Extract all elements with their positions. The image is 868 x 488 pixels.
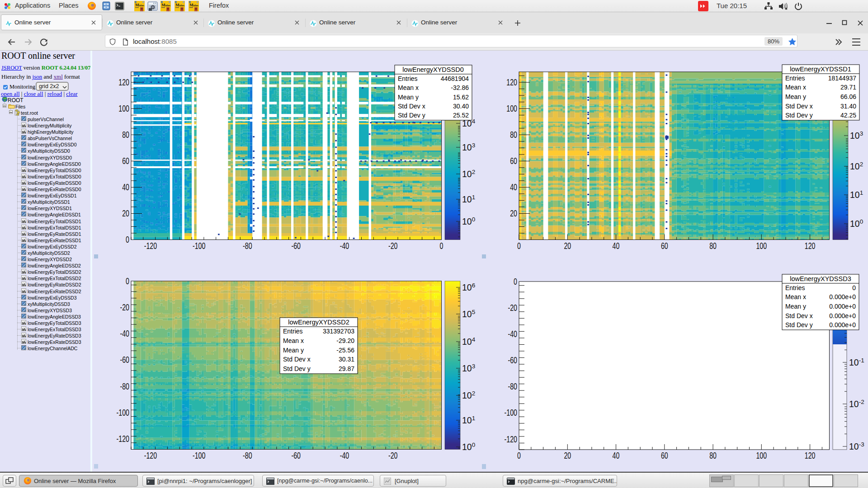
svg-text:66.06: 66.06 <box>840 93 856 100</box>
svg-text:lowEnergyXYDSSD1: lowEnergyXYDSSD1 <box>790 66 851 73</box>
svg-text:0: 0 <box>517 450 521 460</box>
svg-text:100: 100 <box>756 450 767 460</box>
svg-text:80: 80 <box>709 450 717 460</box>
svg-text:Mean y: Mean y <box>785 303 806 310</box>
svg-text:42.25: 42.25 <box>840 112 856 119</box>
svg-text:40: 40 <box>510 182 517 192</box>
svg-text:100: 100 <box>850 218 863 229</box>
svg-text:0.000e+0: 0.000e+0 <box>829 312 856 319</box>
svg-text:120: 120 <box>805 241 816 251</box>
svg-text:Mean y: Mean y <box>398 94 419 101</box>
svg-text:lowEnergyXYDSSD2: lowEnergyXYDSSD2 <box>288 319 349 326</box>
svg-text:25.52: 25.52 <box>453 112 469 119</box>
svg-text:-60: -60 <box>508 355 517 365</box>
svg-text:101: 101 <box>462 194 475 204</box>
svg-text:102: 102 <box>462 390 475 400</box>
svg-text:29.71: 29.71 <box>840 84 856 91</box>
svg-text:-25.56: -25.56 <box>336 347 354 354</box>
svg-text:0: 0 <box>517 241 521 251</box>
svg-text:10-3: 10-3 <box>849 441 864 451</box>
svg-text:30.31: 30.31 <box>339 356 354 363</box>
svg-text:Entries: Entries <box>283 328 303 335</box>
svg-text:-120: -120 <box>144 241 157 251</box>
svg-text:Mean x: Mean x <box>785 293 806 300</box>
svg-text:60: 60 <box>510 156 517 166</box>
svg-text:-20: -20 <box>388 450 398 460</box>
svg-text:-32.86: -32.86 <box>451 84 469 91</box>
svg-text:0: 0 <box>852 284 856 291</box>
svg-text:0: 0 <box>514 277 517 286</box>
svg-text:44681904: 44681904 <box>441 75 469 82</box>
svg-text:-120: -120 <box>505 434 518 444</box>
svg-text:40: 40 <box>613 241 620 251</box>
svg-text:0: 0 <box>126 276 129 286</box>
svg-text:31.40: 31.40 <box>840 103 856 110</box>
svg-text:-100: -100 <box>193 450 206 460</box>
svg-text:20: 20 <box>510 208 517 218</box>
svg-text:Entries: Entries <box>785 284 805 291</box>
svg-text:-80: -80 <box>508 381 517 391</box>
svg-text:20: 20 <box>564 241 571 251</box>
svg-text:103: 103 <box>850 130 863 141</box>
svg-text:102: 102 <box>850 161 863 171</box>
svg-text:Entries: Entries <box>398 75 418 82</box>
svg-text:103: 103 <box>462 363 475 373</box>
svg-text:-29.20: -29.20 <box>336 337 354 344</box>
svg-text:Std Dev y: Std Dev y <box>283 365 311 372</box>
svg-text:100: 100 <box>118 103 129 113</box>
svg-text:-100: -100 <box>505 408 518 418</box>
svg-text:-20: -20 <box>508 303 517 313</box>
svg-text:0: 0 <box>126 235 129 244</box>
svg-text:-40: -40 <box>120 328 129 338</box>
svg-text:-80: -80 <box>243 450 252 460</box>
svg-text:Std Dev y: Std Dev y <box>398 112 425 119</box>
svg-text:10-1: 10-1 <box>849 357 864 367</box>
svg-text:100: 100 <box>462 441 475 452</box>
svg-text:lowEnergyXYDSSD3: lowEnergyXYDSSD3 <box>790 275 851 282</box>
svg-text:60: 60 <box>122 156 129 166</box>
svg-text:-20: -20 <box>388 241 398 251</box>
svg-text:0: 0 <box>440 241 443 251</box>
svg-text:Std Dev x: Std Dev x <box>785 312 813 319</box>
svg-text:Mean y: Mean y <box>785 93 806 100</box>
svg-text:-80: -80 <box>120 381 129 391</box>
svg-text:100: 100 <box>756 241 767 251</box>
svg-text:Std Dev x: Std Dev x <box>785 103 813 110</box>
svg-text:331392703: 331392703 <box>323 328 354 335</box>
svg-text:102: 102 <box>462 169 475 179</box>
svg-text:120: 120 <box>118 77 129 87</box>
svg-text:101: 101 <box>462 415 475 425</box>
svg-text:10-2: 10-2 <box>849 399 864 409</box>
svg-text:-60: -60 <box>120 355 129 365</box>
svg-text:Std Dev x: Std Dev x <box>283 356 311 363</box>
svg-text:Mean x: Mean x <box>398 84 419 91</box>
svg-text:120: 120 <box>805 450 816 460</box>
svg-text:-60: -60 <box>291 241 301 251</box>
svg-text:Midas: Midas <box>189 3 198 7</box>
svg-text:-40: -40 <box>340 241 349 251</box>
svg-text:60: 60 <box>661 241 668 251</box>
svg-text:120: 120 <box>506 77 517 87</box>
svg-text:30.40: 30.40 <box>453 103 469 110</box>
svg-text:-100: -100 <box>193 241 206 251</box>
svg-text:40: 40 <box>122 182 129 192</box>
svg-text:-60: -60 <box>291 450 301 460</box>
svg-text:Mean y: Mean y <box>283 347 304 354</box>
svg-text:80: 80 <box>510 130 517 140</box>
svg-text:lowEnergyXYDSSD0: lowEnergyXYDSSD0 <box>402 66 463 73</box>
svg-text:Midas: Midas <box>175 3 184 7</box>
svg-text:60: 60 <box>661 450 668 460</box>
svg-text:20: 20 <box>564 450 571 460</box>
svg-text:-120: -120 <box>144 450 157 460</box>
svg-text:20: 20 <box>122 208 129 218</box>
svg-text:15.62: 15.62 <box>453 94 469 101</box>
svg-text:-40: -40 <box>508 329 517 339</box>
svg-text:Midas: Midas <box>161 3 170 7</box>
svg-text:104: 104 <box>462 336 476 347</box>
svg-text:29.87: 29.87 <box>339 365 354 372</box>
svg-text:103: 103 <box>462 142 475 152</box>
svg-text:-20: -20 <box>120 302 129 312</box>
svg-text:-100: -100 <box>117 408 130 418</box>
svg-text:40: 40 <box>613 450 620 460</box>
svg-text:Mean x: Mean x <box>785 84 806 91</box>
